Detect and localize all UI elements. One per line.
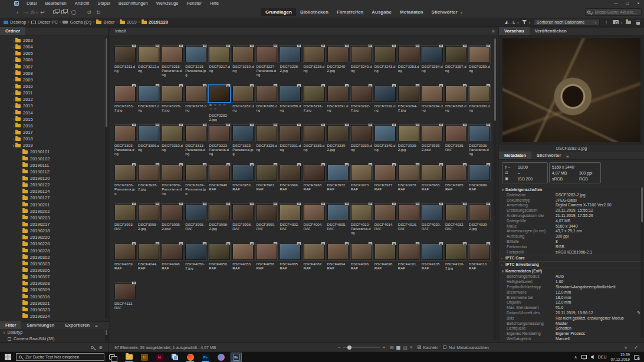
metadata-scrollbar[interactable]	[640, 186, 643, 338]
task-view-icon[interactable]	[109, 354, 115, 360]
breadcrumb-item-2019[interactable]: 2019	[120, 19, 137, 25]
filter-option[interactable]: Camera Raw-Bild (39)	[0, 335, 109, 342]
folder-item-20190127[interactable]: ›20190127	[0, 195, 109, 201]
thumbnail-item[interactable]: DSCF3303-Panorama.dng	[113, 116, 136, 155]
thumbnail-item[interactable]: DSCF3215-Panorama.dng	[160, 37, 183, 76]
rating-stars[interactable]: ⊘ ☆ ☆ ☆ ☆ ☆	[209, 103, 230, 111]
maximize-button[interactable]: □	[622, 1, 633, 5]
folder-item-20190202[interactable]: ›20190202	[0, 208, 109, 215]
folder-item-20190307[interactable]: ›20190307	[0, 274, 109, 280]
filter-scrollbar[interactable]	[105, 329, 108, 342]
thumbnail-item[interactable]: DSCF3936-Panorama.jpg	[113, 155, 136, 195]
menu-beschriftungen[interactable]: Beschriftungen	[114, 1, 152, 6]
thumbnail-item[interactable]: DSCF3228.dng	[303, 37, 326, 76]
thumbnail-item[interactable]: DSCF3340.dng	[373, 116, 396, 155]
metadata-cancel-icon[interactable]: ×	[625, 345, 627, 350]
volume-icon[interactable]	[591, 355, 594, 359]
tab-ausgabe[interactable]: Ausgabe	[367, 8, 396, 16]
recent-chevron-icon[interactable]: ∨	[26, 11, 28, 14]
indesign-icon[interactable]: Id	[154, 353, 165, 362]
folder-item-20190111[interactable]: ›20190111	[0, 162, 109, 169]
thumbnail-item[interactable]: DSCF3294.dng	[420, 76, 443, 116]
thumbnail-item[interactable]: DSCF4050-2.jpg	[184, 234, 207, 274]
thumbnail-item[interactable]: DSCF3298.dng	[444, 76, 467, 116]
metadata-section-header[interactable]: ∨Dateieigenschaften	[499, 186, 644, 192]
thumbnail-item[interactable]: DSCF3999.RAF	[255, 195, 278, 234]
folder-item-20190120[interactable]: ›20190120	[0, 175, 109, 182]
folder-item-2006[interactable]: ›2006	[0, 57, 109, 63]
keyboard-language[interactable]: DEU	[598, 355, 607, 359]
content-scrollbar[interactable]	[494, 37, 497, 340]
zoom-out-icon[interactable]: −	[338, 345, 340, 350]
thumbnail-item[interactable]: DSCF3292-2.jpg	[350, 76, 373, 116]
folder-item-2016[interactable]: ›2016	[0, 123, 109, 129]
firefox-icon[interactable]	[185, 353, 196, 362]
menu-hilfe[interactable]: Hilfe	[206, 1, 223, 6]
forward-button[interactable]: ›	[23, 9, 25, 15]
tab-veröffentlichen[interactable]: Veröffentlichen	[530, 27, 572, 35]
folder-item-20190218[interactable]: ›20190218	[0, 228, 109, 234]
thumbnail-item[interactable]: DSCF3219.dng	[231, 37, 254, 76]
folder-item-2013[interactable]: ›2013	[0, 103, 109, 109]
notes-app-icon[interactable]	[169, 353, 180, 362]
thumbnail-item[interactable]: DSCF4105.RAF	[420, 234, 443, 274]
thumbnail-item[interactable]: DSCF3963.RAF	[255, 155, 278, 195]
metadata-section-header[interactable]: ∨Kameradaten (Exif)	[499, 268, 644, 274]
thumbnail-item[interactable]: DSCF3935-2.jpg	[397, 116, 420, 155]
breadcrumb-item-gocha-d-[interactable]: Gocha (D:)	[63, 19, 91, 25]
folder-item-20190303[interactable]: ›20190303	[0, 261, 109, 267]
breadcrumb-item-20191120[interactable]: 20191120	[142, 19, 168, 25]
tab-ordner[interactable]: Ordner	[0, 27, 25, 35]
folder-item-20190323[interactable]: ›20190323	[0, 307, 109, 313]
rotate-right-button[interactable]: ↻	[96, 9, 101, 15]
menu-datei[interactable]: Datei	[22, 1, 41, 6]
thumbnail-item[interactable]: DSCF3973.RAF	[350, 155, 373, 195]
breadcrumb-item-bilder[interactable]: Bilder	[96, 19, 114, 25]
menu-ansicht[interactable]: Ansicht	[71, 1, 94, 6]
thumbnail-item[interactable]: DSCF3278.dng	[184, 76, 207, 116]
folder-scrollbar[interactable]	[105, 37, 108, 319]
thumbnail-item[interactable]: DSCF3240.dng	[350, 37, 373, 76]
thumbnail-item[interactable]: DSCF3227-Panorama.dng	[255, 37, 278, 76]
bridge-search-input[interactable]	[594, 10, 639, 14]
thumbnail-item[interactable]: DSCF3240-2.jpg	[326, 37, 349, 76]
tab-stichwörter[interactable]: Stichwörter	[531, 152, 566, 159]
folder-item-2004[interactable]: ›2004	[0, 44, 109, 50]
hidden-icons-chevron-icon[interactable]: ∧	[574, 355, 577, 360]
thumbnail-item[interactable]: DSCF3953.RAF	[231, 155, 254, 195]
new-folder-icon[interactable]	[626, 21, 631, 24]
thumbnail-item[interactable]: DSCF3263-2.jpg	[113, 76, 136, 116]
folder-item-20190220[interactable]: ›20190220	[0, 234, 109, 241]
camera-chevron-icon[interactable]: ∨	[620, 21, 623, 24]
thumbnail-item[interactable]: DSCF3935-2.psd	[420, 116, 443, 155]
tab-bibliotheken[interactable]: Bibliotheken	[296, 8, 333, 16]
thumbnail-item[interactable]: DSCF3291.dng	[326, 76, 349, 116]
folder-item-20190101[interactable]: ›20190101	[0, 149, 109, 155]
bridge-app-icon[interactable]: Br	[14, 1, 19, 6]
tab-grundlagen[interactable]: Grundlagen	[261, 8, 296, 16]
thumbnail-item[interactable]: DSCF3323-Panorama.jpg	[231, 116, 254, 155]
bridge-search[interactable]: ∨	[585, 8, 642, 16]
folder-item-20190122[interactable]: ›20190122	[0, 182, 109, 188]
thumbnail-item[interactable]: DSCF4032.RAF	[444, 195, 467, 234]
folder-item-20190226[interactable]: ›20190226	[0, 241, 109, 247]
thumbnail-item[interactable]: DSCF4110-2.jpg	[444, 234, 467, 274]
grid-view-icon[interactable]: ⊞	[390, 345, 394, 350]
thumbnail-item[interactable]: DSCF3983.RAF	[420, 155, 443, 195]
tab-metadaten[interactable]: Metadaten	[396, 8, 428, 16]
thumbnail-item[interactable]: DSCF3939-Panorama.jpg	[184, 155, 207, 195]
thumbnail-item[interactable]: DSCF3263.dng	[137, 76, 160, 116]
thumbnail-item[interactable]: DSCF4065.RAF	[278, 234, 301, 274]
thumbnail-item[interactable]: DSCF4044.RAF	[137, 234, 160, 274]
thumbnail-item[interactable]: DSCF3211.dng	[113, 37, 136, 76]
thumbnail-item[interactable]: ⊘ ☆ ☆ ☆ ☆ ☆DSCF3282-2.jpg	[208, 76, 231, 116]
thumbnail-item[interactable]: DSCF4110.RAF	[468, 234, 491, 274]
thumbnails-only-checkbox[interactable]: Nur Miniaturansichten	[443, 345, 489, 350]
tab-filter[interactable]: Filter	[0, 321, 21, 329]
metadata-section-header[interactable]: ›IPTC Core	[499, 255, 644, 261]
orange-app-icon[interactable]: U	[139, 353, 150, 362]
rotate-left-button[interactable]: ↺	[87, 9, 92, 15]
folder-item-20190321[interactable]: ›20190321	[0, 300, 109, 307]
thumbnail-item[interactable]: DSCF4058.RAF	[255, 234, 278, 274]
clock[interactable]: 15:39 07.12.2019	[610, 353, 630, 361]
